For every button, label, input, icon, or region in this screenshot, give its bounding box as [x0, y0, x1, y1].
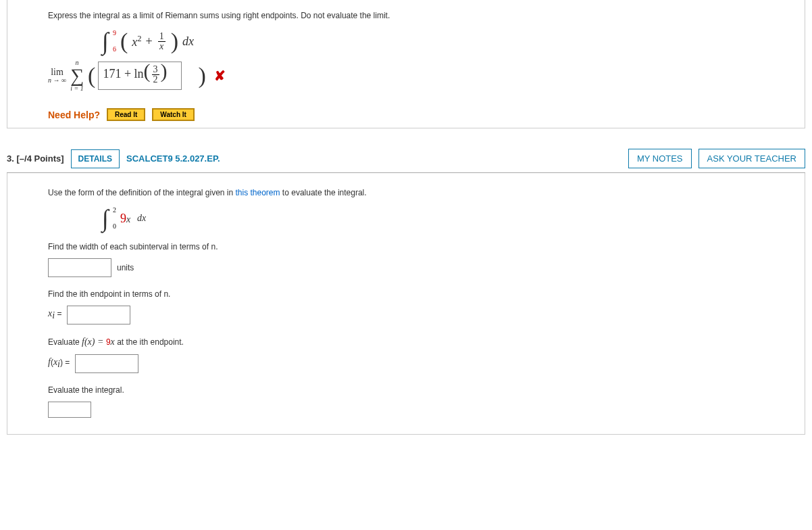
- sigma-symbol: n ∑ i = 1: [70, 59, 84, 92]
- q2-answer-row: lim n → ∞ n ∑ i = 1 ( 171 + ln(32) ) ✘: [48, 59, 798, 92]
- need-help-label: Need Help?: [48, 110, 100, 120]
- xi-answer-row: xi =: [48, 306, 798, 324]
- width-input[interactable]: [48, 258, 111, 277]
- integral-sign: ∫: [102, 209, 109, 228]
- xi-input[interactable]: [67, 306, 130, 324]
- q3-integral: ∫ 2 0 9x dx: [102, 207, 798, 230]
- watch-it-button[interactable]: Watch It: [152, 108, 195, 121]
- q2-prompt: Express the integral as a limit of Riema…: [48, 11, 798, 20]
- fxi-input[interactable]: [75, 354, 138, 373]
- fxi-label: f(xi) =: [48, 357, 70, 370]
- ask-teacher-button[interactable]: ASK YOUR TEACHER: [699, 149, 805, 168]
- q3-number: 3. [–/4 Points]: [7, 153, 64, 164]
- final-input[interactable]: [48, 402, 91, 418]
- q3-header-left: 3. [–/4 Points] DETAILS SCALCET9 5.2.027…: [7, 149, 220, 168]
- limit-symbol: lim n → ∞: [48, 68, 66, 84]
- dx-label: dx: [137, 213, 146, 224]
- integral-bounds: 9 6: [113, 30, 116, 53]
- q3-header-right: MY NOTES ASK YOUR TEACHER: [628, 149, 805, 168]
- final-answer-row: [48, 402, 798, 418]
- outer-close-paren: ): [198, 68, 205, 84]
- open-paren: (: [120, 33, 128, 49]
- ith-prompt: Find the ith endpoint in terms of n.: [48, 289, 798, 299]
- theorem-link[interactable]: this theorem: [236, 188, 280, 197]
- q3-prompt: Use the form of the definition of the in…: [48, 188, 798, 197]
- xi-label: xi =: [48, 308, 61, 321]
- riemann-answer-input[interactable]: 171 + ln(32): [98, 62, 182, 90]
- close-paren: ): [171, 33, 178, 49]
- units-label: units: [117, 263, 134, 272]
- eval-f-prompt: Evaluate f(x) = 9x at the ith endpoint.: [48, 337, 798, 347]
- source-label: SCALCET9 5.2.027.EP.: [126, 153, 220, 164]
- question-3-header: 3. [–/4 Points] DETAILS SCALCET9 5.2.027…: [7, 149, 805, 173]
- dx-label: dx: [182, 34, 194, 49]
- integral-sign: ∫: [102, 32, 109, 51]
- width-prompt: Find the width of each subinterval in te…: [48, 242, 798, 251]
- fxi-answer-row: f(xi) =: [48, 354, 798, 373]
- width-answer-row: units: [48, 258, 798, 277]
- question-2-body: Express the integral as a limit of Riema…: [7, 0, 805, 128]
- details-button[interactable]: DETAILS: [71, 149, 120, 168]
- question-3-body: Use the form of the definition of the in…: [7, 173, 805, 435]
- integrand: 9x: [120, 212, 130, 226]
- wrong-icon: ✘: [214, 68, 226, 84]
- eval-integral-prompt: Evaluate the integral.: [48, 385, 798, 395]
- my-notes-button[interactable]: MY NOTES: [628, 149, 692, 168]
- need-help-row: Need Help? Read It Watch It: [48, 108, 798, 121]
- integral-bounds: 2 0: [113, 207, 116, 230]
- q2-integral: ∫ 9 6 ( x2 + 1 x ) dx: [102, 30, 798, 53]
- fraction-1-over-x: 1 x: [158, 32, 166, 51]
- read-it-button[interactable]: Read It: [107, 108, 145, 121]
- outer-open-paren: (: [88, 68, 95, 84]
- x-squared: x2: [132, 34, 141, 49]
